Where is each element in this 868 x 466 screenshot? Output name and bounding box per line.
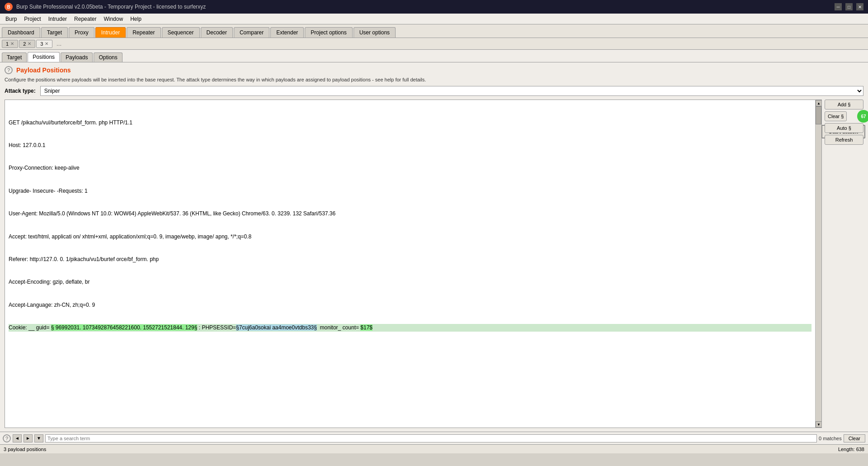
tab-num-1[interactable]: 1 ✕ bbox=[2, 40, 18, 48]
tab-proxy[interactable]: Proxy bbox=[69, 27, 94, 38]
tab-close-3[interactable]: ✕ bbox=[45, 41, 48, 46]
subtab-target[interactable]: Target bbox=[2, 52, 27, 62]
tab-project-options[interactable]: Project options bbox=[305, 27, 352, 38]
menu-project[interactable]: Project bbox=[20, 15, 44, 23]
auto-dollar-button[interactable]: Auto § bbox=[825, 123, 863, 133]
tab-close-1[interactable]: ✕ bbox=[10, 41, 14, 46]
prev-match-button[interactable]: ◄ bbox=[13, 434, 22, 442]
section-title: Payload Positions bbox=[16, 67, 71, 74]
tab-repeater[interactable]: Repeater bbox=[127, 27, 160, 38]
next-match-button[interactable]: ► bbox=[24, 434, 33, 442]
subtab-positions[interactable]: Positions bbox=[28, 52, 60, 62]
toggle-case-button[interactable]: ▼ bbox=[34, 434, 43, 442]
attack-type-row: Attack type: Sniper Battering ram Pitchf… bbox=[5, 86, 863, 96]
menu-window[interactable]: Window bbox=[100, 15, 127, 23]
green-badge: 67 bbox=[857, 110, 868, 123]
status-bar: 3 payload positions Length: 638 bbox=[0, 444, 868, 453]
scroll-down-arrow[interactable]: ▼ bbox=[816, 421, 822, 428]
help-icon[interactable]: ? bbox=[5, 66, 13, 74]
request-line-7: Referer: http://127.0. 0. 1/pikachu/vu1/… bbox=[9, 256, 811, 263]
tab-close-2[interactable]: ✕ bbox=[28, 41, 31, 46]
refresh-button[interactable]: Refresh bbox=[825, 135, 863, 145]
request-line-10: Cookie: __ guid= § 96992031. 10734928764… bbox=[9, 324, 811, 332]
close-button[interactable]: ✕ bbox=[856, 3, 863, 10]
payload-marker-3: $17$ bbox=[360, 324, 373, 331]
window-title: Burp Suite Professional v2.0.05beta - Te… bbox=[16, 4, 206, 10]
app-logo: B bbox=[5, 3, 13, 11]
search-input[interactable] bbox=[45, 434, 817, 442]
bottom-bar: ? ◄ ► ▼ 0 matches Clear bbox=[0, 432, 868, 444]
clear-dollar-button[interactable]: Clear § bbox=[825, 111, 847, 121]
menu-bar: Burp Project Intruder Repeater Window He… bbox=[0, 14, 868, 24]
menu-intruder[interactable]: Intruder bbox=[45, 15, 71, 23]
menu-burp[interactable]: Burp bbox=[2, 15, 20, 23]
payload-marker-2: §7cuj6a0sokai aa4moe0vtdbs33§ bbox=[236, 324, 317, 331]
request-line-8: Accept-Encoding: gzip, deflate, br bbox=[9, 278, 811, 286]
tab-number-bar: 1 ✕ 2 ✕ 3 ✕ … bbox=[0, 38, 868, 50]
request-line-1: GET /pikachu/vul/burteforce/bf_form. php… bbox=[9, 119, 811, 127]
payload-marker-1: § 96992031. 1073492876458221600. 1552721… bbox=[51, 324, 198, 331]
subtab-options[interactable]: Options bbox=[94, 52, 122, 62]
request-area: GET /pikachu/vul/burteforce/bf_form. php… bbox=[5, 100, 863, 428]
tab-comparer[interactable]: Comparer bbox=[234, 27, 269, 38]
request-line-3: Proxy-Connection: keep-alive bbox=[9, 164, 811, 172]
request-editor-wrapper: GET /pikachu/vul/burteforce/bf_form. php… bbox=[5, 100, 822, 428]
subtab-payloads[interactable]: Payloads bbox=[61, 52, 93, 62]
sub-tabs: Target Positions Payloads Options bbox=[0, 50, 868, 62]
tab-decoder[interactable]: Decoder bbox=[201, 27, 233, 38]
attack-type-label: Attack type: bbox=[5, 88, 36, 94]
request-text-area[interactable]: GET /pikachu/vul/burteforce/bf_form. php… bbox=[5, 100, 815, 428]
tab-num-2[interactable]: 2 ✕ bbox=[19, 40, 35, 48]
payload-count-status: 3 payload positions bbox=[4, 447, 46, 452]
nav-tabs: Dashboard Target Proxy Intruder Repeater… bbox=[0, 24, 868, 38]
request-line-2: Host: 127.0.0.1 bbox=[9, 142, 811, 149]
menu-repeater[interactable]: Repeater bbox=[71, 15, 100, 23]
content-area: Start attack ? Payload Positions Configu… bbox=[0, 62, 868, 444]
tab-extender[interactable]: Extender bbox=[270, 27, 304, 38]
scroll-track[interactable] bbox=[816, 106, 821, 421]
title-bar-left: B Burp Suite Professional v2.0.05beta - … bbox=[5, 3, 206, 11]
menu-help[interactable]: Help bbox=[127, 15, 145, 23]
bottom-help-icon[interactable]: ? bbox=[3, 434, 11, 442]
scroll-thumb[interactable] bbox=[816, 106, 821, 124]
tab-sequencer[interactable]: Sequencer bbox=[162, 27, 200, 38]
editor-scrollbar[interactable]: ▲ ▼ bbox=[815, 100, 821, 428]
request-line-6: Accept: text/html, applicati on/ xhtml+x… bbox=[9, 233, 811, 241]
tab-add-button[interactable]: … bbox=[53, 40, 64, 48]
tab-target[interactable]: Target bbox=[41, 27, 68, 38]
match-count: 0 matches bbox=[819, 436, 842, 441]
right-buttons-panel: Add § Clear § 67 Auto § Refresh bbox=[825, 100, 863, 428]
title-bar: B Burp Suite Professional v2.0.05beta - … bbox=[0, 0, 868, 14]
tab-dashboard[interactable]: Dashboard bbox=[2, 27, 40, 38]
tab-num-3[interactable]: 3 ✕ bbox=[36, 40, 52, 48]
payload-positions-header: ? Payload Positions bbox=[5, 66, 863, 74]
add-dollar-button[interactable]: Add § bbox=[825, 100, 863, 109]
description-text: Configure the positions where payloads w… bbox=[5, 77, 863, 82]
request-content: GET /pikachu/vul/burteforce/bf_form. php… bbox=[7, 102, 813, 349]
window-controls: ─ □ ✕ bbox=[835, 3, 863, 10]
length-status: Length: 638 bbox=[838, 447, 864, 452]
request-line-4: Upgrade- Insecure- -Requests: 1 bbox=[9, 187, 811, 195]
scroll-up-arrow[interactable]: ▲ bbox=[816, 100, 822, 106]
tab-user-options[interactable]: User options bbox=[354, 27, 396, 38]
request-line-5: User-Agent: Mozilla/5.0 (Windows NT 10.0… bbox=[9, 210, 811, 218]
request-line-9: Accept-Language: zh-CN, zh;q=0. 9 bbox=[9, 301, 811, 309]
tab-intruder[interactable]: Intruder bbox=[95, 27, 126, 38]
minimize-button[interactable]: ─ bbox=[835, 3, 842, 10]
clear-search-button[interactable]: Clear bbox=[844, 434, 865, 442]
maximize-button[interactable]: □ bbox=[845, 3, 853, 10]
attack-type-select[interactable]: Sniper Battering ram Pitchfork Cluster b… bbox=[40, 86, 863, 96]
